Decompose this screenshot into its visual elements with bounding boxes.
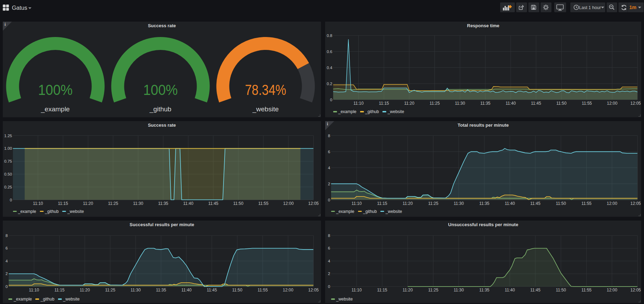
svg-text:11:10: 11:10	[352, 288, 362, 292]
svg-text:11:40: 11:40	[183, 201, 193, 206]
svg-text:11:45: 11:45	[530, 201, 540, 206]
svg-text:11:35: 11:35	[158, 201, 168, 206]
svg-text:2: 2	[328, 182, 330, 186]
svg-text:11:45: 11:45	[530, 288, 540, 292]
svg-text:0: 0	[328, 284, 330, 289]
svg-text:8: 8	[6, 233, 8, 238]
svg-text:12:05: 12:05	[630, 101, 641, 106]
svg-text:12:00: 12:00	[283, 201, 294, 206]
svg-text:11:30: 11:30	[454, 288, 464, 292]
svg-text:11:20: 11:20	[404, 101, 414, 106]
svg-text:2: 2	[6, 272, 8, 276]
svg-text:11:55: 11:55	[582, 101, 592, 106]
svg-text:11:55: 11:55	[581, 201, 592, 206]
svg-text:0: 0	[10, 198, 12, 202]
svg-text:12:05: 12:05	[630, 288, 641, 292]
svg-text:4: 4	[328, 166, 330, 170]
svg-text:12:05: 12:05	[308, 288, 319, 292]
svg-text:11:50: 11:50	[556, 288, 566, 292]
svg-text:11:20: 11:20	[83, 201, 93, 206]
svg-text:11:45: 11:45	[208, 201, 218, 206]
svg-text:11:15: 11:15	[377, 288, 387, 292]
svg-text:_example: _example	[41, 105, 69, 113]
svg-text:11:25: 11:25	[430, 101, 440, 106]
svg-text:6: 6	[328, 246, 330, 250]
svg-text:11:50: 11:50	[556, 201, 566, 206]
svg-text:11:40: 11:40	[505, 288, 515, 292]
svg-text:11:30: 11:30	[131, 288, 141, 292]
svg-text:6: 6	[328, 150, 330, 154]
svg-text:12:00: 12:00	[607, 288, 617, 292]
svg-text:11:45: 11:45	[531, 101, 541, 106]
svg-text:12:00: 12:00	[283, 288, 293, 292]
svg-text:0: 0	[328, 198, 330, 202]
svg-text:11:40: 11:40	[506, 101, 516, 106]
svg-text:11:55: 11:55	[258, 201, 269, 206]
svg-text:11:15: 11:15	[377, 201, 387, 206]
svg-text:11:30: 11:30	[455, 101, 465, 106]
svg-text:0.75: 0.75	[4, 159, 12, 163]
svg-text:11:40: 11:40	[505, 201, 515, 206]
svg-text:6: 6	[6, 246, 8, 250]
svg-text:78.34%: 78.34%	[245, 82, 286, 98]
svg-text:100%: 100%	[143, 82, 178, 98]
svg-text:1.25: 1.25	[4, 134, 12, 138]
svg-text:11:40: 11:40	[181, 288, 191, 292]
svg-text:11:30: 11:30	[133, 201, 143, 206]
svg-text:11:20: 11:20	[403, 201, 413, 206]
svg-text:11:25: 11:25	[428, 288, 438, 292]
svg-text:0: 0	[6, 284, 8, 289]
svg-text:12:05: 12:05	[308, 201, 319, 206]
svg-text:0: 0	[330, 98, 332, 102]
svg-text:_website: _website	[252, 105, 279, 113]
svg-text:11:25: 11:25	[108, 201, 118, 206]
svg-text:0.50: 0.50	[4, 172, 12, 176]
svg-text:8: 8	[328, 233, 330, 238]
svg-text:11:25: 11:25	[428, 201, 438, 206]
svg-text:11:15: 11:15	[54, 288, 65, 292]
svg-text:11:20: 11:20	[80, 288, 90, 292]
svg-text:4: 4	[328, 259, 330, 263]
svg-text:11:50: 11:50	[232, 288, 242, 292]
svg-text:2: 2	[328, 272, 330, 276]
svg-text:11:55: 11:55	[581, 288, 592, 292]
svg-text:11:35: 11:35	[479, 201, 489, 206]
svg-text:11:15: 11:15	[379, 101, 389, 106]
svg-text:11:35: 11:35	[479, 288, 489, 292]
svg-text:0.8: 0.8	[327, 34, 332, 38]
svg-text:12:00: 12:00	[607, 201, 617, 206]
svg-text:11:30: 11:30	[454, 201, 464, 206]
svg-text:12:00: 12:00	[607, 101, 617, 106]
svg-text:1.00: 1.00	[4, 146, 12, 150]
svg-text:11:50: 11:50	[556, 101, 566, 106]
svg-text:11:45: 11:45	[207, 288, 217, 292]
svg-text:11:50: 11:50	[233, 201, 243, 206]
svg-text:_github: _github	[149, 105, 171, 113]
svg-text:11:25: 11:25	[105, 288, 115, 292]
svg-text:0.6: 0.6	[327, 50, 332, 54]
svg-text:11:35: 11:35	[156, 288, 166, 292]
svg-text:8: 8	[328, 134, 330, 138]
svg-text:11:15: 11:15	[58, 201, 68, 206]
svg-text:11:10: 11:10	[29, 288, 39, 292]
svg-text:11:10: 11:10	[33, 201, 43, 206]
svg-text:11:10: 11:10	[353, 101, 364, 106]
svg-text:12:05: 12:05	[630, 201, 641, 206]
svg-text:4: 4	[6, 259, 8, 263]
svg-text:0.25: 0.25	[4, 185, 12, 189]
svg-text:11:35: 11:35	[480, 101, 490, 106]
svg-text:11:55: 11:55	[257, 288, 268, 292]
svg-text:0.4: 0.4	[327, 66, 333, 70]
svg-text:11:10: 11:10	[352, 201, 362, 206]
svg-text:0.2: 0.2	[327, 82, 332, 86]
svg-text:11:20: 11:20	[403, 288, 413, 292]
svg-text:100%: 100%	[38, 82, 73, 98]
